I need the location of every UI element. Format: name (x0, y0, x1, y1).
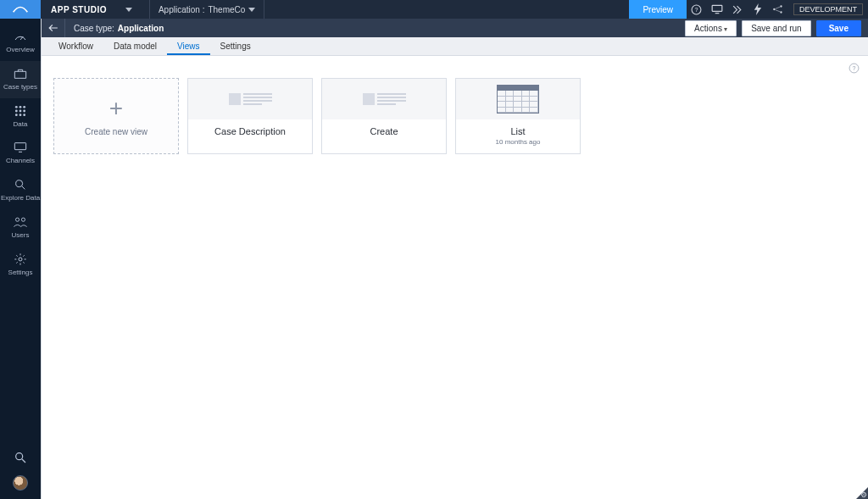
svg-text:?: ? (853, 65, 856, 71)
sidebar-item-users[interactable]: Users (0, 209, 41, 247)
search-icon[interactable] (13, 450, 28, 465)
thumb-doc-icon (188, 79, 312, 119)
svg-text:?: ? (695, 7, 698, 13)
card-label: Create (370, 126, 398, 136)
chevron-down-icon (248, 8, 255, 12)
canvas: ? + Create new view Case Description (42, 56, 868, 499)
view-card-case-description[interactable]: Case Description (187, 78, 313, 154)
card-label: Case Description (214, 126, 286, 136)
svg-line-8 (775, 10, 780, 12)
svg-point-23 (15, 218, 19, 221)
topbar: APP STUDIO Application : ThemeCo Preview… (0, 0, 868, 19)
actions-label: Actions (694, 24, 722, 33)
preview-button[interactable]: Preview (629, 0, 687, 19)
sidebar-item-label: Overview (6, 47, 34, 54)
sidebar-item-label: Channels (6, 158, 35, 165)
actions-menu[interactable]: Actions (685, 20, 737, 36)
svg-point-11 (19, 106, 22, 108)
svg-point-10 (15, 106, 18, 108)
main-row: Overview Case types Data Channels Explor… (0, 19, 868, 499)
case-icon (13, 66, 28, 81)
users-icon (13, 214, 28, 230)
svg-point-17 (19, 114, 22, 116)
grid-icon (13, 103, 28, 119)
svg-point-6 (780, 11, 782, 13)
application-switcher[interactable]: Application : ThemeCo (149, 0, 264, 19)
share-icon[interactable] (768, 0, 788, 19)
tab-views[interactable]: Views (167, 38, 210, 55)
thumb-doc-icon (322, 79, 446, 119)
pega-logo[interactable] (0, 0, 41, 19)
svg-point-15 (23, 109, 25, 112)
case-title: Case type: Application (65, 24, 164, 33)
tab-workflow[interactable]: Workflow (48, 38, 103, 55)
svg-point-5 (780, 5, 782, 7)
resize-handle[interactable] (856, 487, 868, 499)
svg-rect-19 (14, 143, 25, 150)
monitor-icon[interactable] (707, 0, 727, 19)
svg-point-13 (15, 109, 18, 112)
svg-point-26 (16, 453, 23, 460)
svg-point-12 (23, 106, 25, 108)
save-and-run-button[interactable]: Save and run (742, 20, 811, 36)
sidebar-item-label: Data (14, 121, 28, 129)
sidebar-item-label: Settings (8, 269, 33, 277)
gear-icon (13, 252, 28, 267)
tabstrip: Workflow Data model Views Settings (42, 37, 868, 56)
svg-point-18 (23, 114, 25, 116)
sidebar-item-label: Explore Data (1, 195, 40, 202)
recents-icon[interactable] (727, 0, 748, 19)
sidebar-item-channels[interactable]: Channels (0, 135, 41, 172)
application-name: ThemeCo (208, 5, 245, 14)
sidebar-item-label: Case types (3, 84, 37, 91)
left-rail: Overview Case types Data Channels Explor… (0, 19, 41, 499)
card-meta: 10 months ago (496, 138, 541, 146)
view-card-list[interactable]: List 10 months ago (455, 78, 581, 154)
application-prefix: Application : (159, 5, 204, 14)
case-title-name: Application (118, 24, 164, 33)
plus-icon: + (109, 97, 123, 120)
help-icon[interactable]: ? (849, 63, 860, 76)
svg-point-16 (15, 114, 18, 116)
workarea: Case type: Application Actions Save and … (41, 19, 868, 499)
back-button[interactable] (42, 19, 65, 37)
card-label: List (510, 126, 525, 136)
environment-badge: DEVELOPMENT (793, 3, 863, 15)
thumb-table-icon (456, 79, 580, 119)
svg-line-27 (22, 459, 25, 463)
view-cards: + Create new view Case Description Creat… (42, 56, 868, 176)
create-new-view-label: Create new view (85, 127, 147, 136)
gauge-icon (13, 29, 28, 44)
svg-point-25 (19, 258, 22, 261)
user-avatar[interactable] (13, 475, 28, 491)
preview-label: Preview (643, 5, 673, 14)
sidebar-item-case-types[interactable]: Case types (0, 61, 41, 98)
svg-line-7 (775, 7, 780, 8)
tab-data-model[interactable]: Data model (103, 38, 167, 55)
chevron-down-icon (125, 8, 132, 12)
svg-point-21 (16, 180, 23, 187)
save-button[interactable]: Save (816, 20, 861, 36)
monitor-icon (13, 140, 28, 155)
sidebar-item-overview[interactable]: Overview (0, 24, 41, 61)
svg-point-4 (773, 8, 775, 10)
studio-name: APP STUDIO (51, 5, 107, 14)
case-title-prefix: Case type: (74, 24, 114, 33)
sidebar-item-label: Users (12, 232, 30, 240)
svg-rect-2 (712, 5, 722, 11)
tab-settings[interactable]: Settings (210, 38, 261, 55)
case-header: Case type: Application Actions Save and … (42, 19, 868, 37)
svg-line-22 (22, 186, 25, 189)
view-card-create[interactable]: Create (321, 78, 447, 154)
svg-point-24 (21, 218, 25, 221)
search-data-icon (13, 177, 28, 192)
create-new-view-card[interactable]: + Create new view (53, 78, 179, 154)
help-icon[interactable]: ? (687, 0, 707, 19)
bolt-icon[interactable] (748, 0, 768, 19)
sidebar-item-explore-data[interactable]: Explore Data (0, 172, 41, 209)
sidebar-item-settings[interactable]: Settings (0, 247, 41, 284)
sidebar-item-data[interactable]: Data (0, 98, 41, 136)
svg-point-14 (19, 109, 22, 112)
studio-switcher[interactable]: APP STUDIO (41, 5, 149, 14)
top-icon-group: ? (687, 0, 788, 19)
